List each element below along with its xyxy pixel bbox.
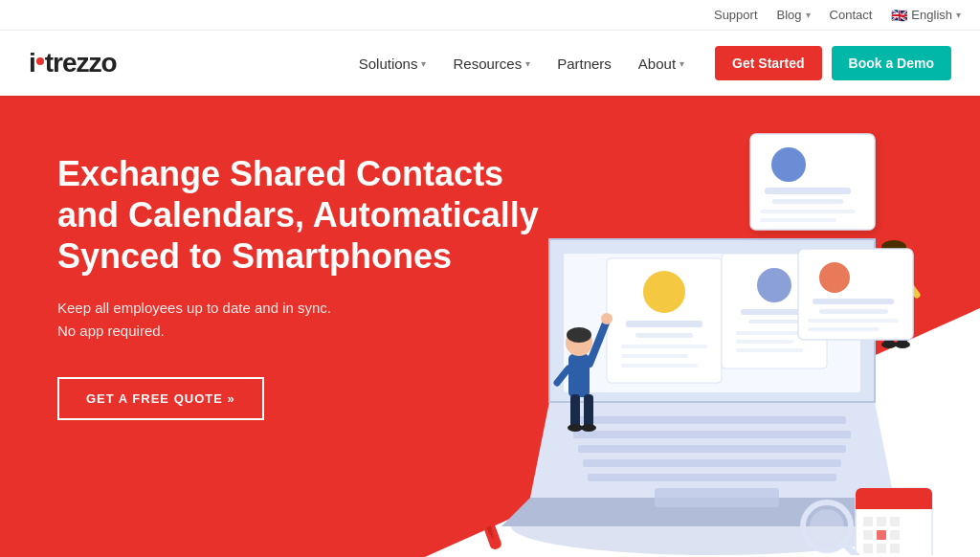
support-label: Support [714,8,758,22]
svg-rect-43 [765,188,851,194]
svg-rect-20 [736,340,793,344]
solutions-chevron-icon: ▾ [421,58,426,69]
svg-rect-41 [750,134,875,230]
resources-chevron-icon: ▾ [525,58,530,69]
svg-rect-10 [626,321,702,327]
svg-rect-4 [583,459,841,467]
nav-resources[interactable]: Resources ▾ [441,48,542,79]
nav-resources-label: Resources [453,56,522,72]
svg-rect-3 [578,445,846,453]
main-nav: i trezzo Solutions ▾ Resources ▾ Partner… [0,31,980,96]
book-demo-button[interactable]: Book a Demo [832,46,951,80]
contact-link[interactable]: Contact [830,8,873,22]
nav-solutions[interactable]: Solutions ▾ [347,48,438,79]
svg-rect-57 [877,517,886,526]
svg-rect-59 [863,530,873,540]
nav-partners-label: Partners [557,56,612,72]
svg-rect-56 [863,517,873,526]
svg-rect-46 [760,218,836,222]
svg-rect-11 [635,333,693,338]
top-bar: Support Blog ▾ Contact 🇬🇧 English ▾ [0,0,980,31]
blog-link[interactable]: Blog ▾ [777,8,811,22]
flag-icon: 🇬🇧 [891,8,907,23]
svg-rect-21 [736,348,803,352]
about-chevron-icon: ▾ [679,58,684,69]
svg-rect-52 [808,327,880,331]
nav-about-label: About [638,56,676,72]
svg-rect-44 [772,199,843,204]
svg-rect-64 [890,544,900,553]
svg-rect-12 [621,345,707,348]
svg-rect-47 [798,249,913,340]
svg-rect-49 [813,299,894,304]
svg-point-39 [881,341,897,348]
svg-point-42 [771,147,806,182]
blog-label: Blog [777,8,802,22]
svg-point-26 [601,313,612,324]
svg-rect-13 [621,354,688,358]
svg-point-24 [567,327,591,343]
hero-section: Exchange Shared Contacts and Calendars, … [0,96,980,557]
svg-rect-22 [568,354,590,397]
svg-rect-1 [578,416,846,424]
hero-title: Exchange Shared Contacts and Calendars, … [57,153,555,278]
svg-point-40 [895,341,910,348]
svg-rect-6 [655,488,779,507]
nav-about[interactable]: About ▾ [627,48,696,79]
svg-point-48 [819,262,850,293]
nav-partners[interactable]: Partners [546,48,623,79]
svg-rect-2 [573,431,851,438]
svg-rect-61 [890,530,900,540]
logo-text-right: trezzo [45,48,117,78]
svg-rect-18 [748,320,800,323]
free-quote-button[interactable]: GET A FREE QUOTE » [57,377,264,420]
svg-point-16 [757,268,791,302]
svg-rect-58 [890,517,900,526]
svg-rect-28 [570,394,580,428]
svg-point-66 [810,509,844,544]
logo-dot-icon [36,57,44,65]
svg-rect-50 [819,309,888,314]
svg-point-31 [581,424,596,432]
svg-rect-5 [588,474,836,481]
blog-chevron-icon: ▾ [806,10,811,20]
nav-solutions-label: Solutions [359,56,418,72]
svg-rect-14 [621,364,698,368]
svg-rect-68 [474,498,502,551]
hero-subtitle: Keep all employees up to date and in syn… [57,297,555,343]
support-link[interactable]: Support [714,8,758,22]
contact-label: Contact [830,8,873,22]
svg-rect-29 [584,394,593,428]
svg-rect-51 [808,319,899,323]
svg-rect-45 [760,210,856,213]
svg-rect-63 [877,544,886,553]
language-selector[interactable]: 🇬🇧 English ▾ [891,8,961,23]
nav-links: Solutions ▾ Resources ▾ Partners About ▾ [347,48,696,79]
svg-point-30 [568,424,583,432]
logo[interactable]: i trezzo [29,48,117,78]
hero-content: Exchange Shared Contacts and Calendars, … [57,153,555,420]
get-started-button[interactable]: Get Started [715,46,821,80]
svg-rect-55 [856,501,932,509]
language-label: English [911,8,952,22]
logo-text-left: i [29,48,35,78]
svg-rect-62 [863,544,873,553]
svg-rect-60 [877,530,886,540]
svg-point-9 [643,271,685,313]
language-chevron-icon: ▾ [956,10,961,20]
